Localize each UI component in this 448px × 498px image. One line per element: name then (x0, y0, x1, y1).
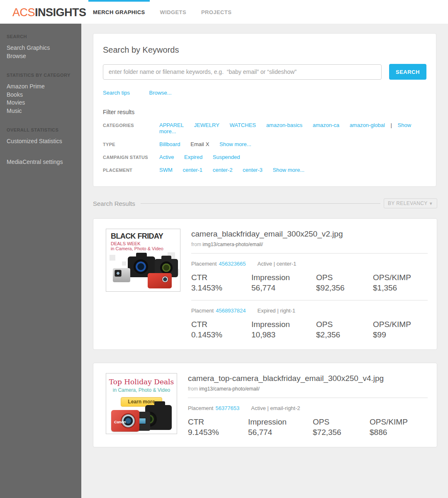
canon-camera-illustration: Canon (111, 410, 139, 432)
action-camera-illustration (113, 268, 130, 282)
top-header: ACSINSIGHTS MERCH GRAPHICS WIDGETS PROJE… (0, 0, 448, 24)
sidebar-section-statistics-by-category: STATISTICS BY CATEGORY Amazon Prime Book… (7, 73, 81, 115)
placement-show-more-link[interactable]: Show more... (273, 167, 304, 173)
sidebar-item-browse[interactable]: Browse (7, 52, 81, 61)
camera-lens (134, 259, 148, 274)
filter-label-placement: PLACEMENT (103, 168, 159, 173)
search-links: Search tips Browse... (103, 89, 426, 96)
camera-lens (114, 270, 122, 277)
stat-label: OPS (316, 320, 373, 329)
placement-label: Placment (191, 308, 214, 314)
sidebar-item-movies[interactable]: Movies (7, 99, 81, 107)
stat-label: OPS/KIMP (373, 320, 428, 329)
stat-value: $886 (370, 428, 428, 437)
stat-label: CTR (191, 273, 251, 282)
thumb-tagline: in Camera, Photo & Video (111, 246, 163, 251)
placement-stats: CTR 0.1453% Impression 10,983 OPS $2,356… (191, 320, 428, 339)
thumb-subtitle: in Camera, Photo & Video (106, 387, 177, 393)
result-filename[interactable]: camera_blackfriday_email_300x250_v2.jpg (191, 229, 428, 239)
thumb-title: BLACK FRIDAY (111, 232, 163, 241)
sidebar-item-books[interactable]: Books (7, 91, 81, 99)
main-nav: MERCH GRAPHICS WIDGETS PROJECTS (88, 0, 236, 24)
keyword-search-input[interactable] (103, 64, 382, 80)
camera-lens (160, 261, 173, 274)
tab-merch-graphics[interactable]: MERCH GRAPHICS (88, 0, 150, 24)
stat-value: 10,983 (251, 330, 316, 339)
stat-label: Impression (248, 417, 313, 427)
filter-results-title: Filter results (103, 109, 426, 115)
result-path: img13/camera-photo/email/ (202, 242, 263, 247)
stat-value: 3.1453% (191, 283, 251, 293)
search-button[interactable]: SEARCH (389, 64, 426, 80)
sidebar-item-music[interactable]: Music (7, 107, 81, 115)
filter-link-active[interactable]: Active (159, 154, 174, 160)
search-tips-link[interactable]: Search tips (103, 90, 130, 96)
type-show-more-link[interactable]: Show more... (219, 141, 251, 147)
placement-status: Active | email-right-2 (251, 405, 300, 411)
camera-lens (162, 276, 168, 283)
filter-link-amazon-basics[interactable]: amazon-basics (266, 122, 302, 128)
search-row: SEARCH (103, 64, 426, 80)
result-card: Top Holiday Deals in Camera, Photo & Vid… (93, 363, 437, 447)
filter-link-amazon-ca[interactable]: amazon-ca (313, 122, 339, 128)
sidebar-item-customized-statistics[interactable]: Customized Statistics (7, 137, 81, 146)
sidebar-section-search: SEARCH Search Graphics Browse (7, 34, 81, 60)
placement-id-link[interactable]: 456323665 (219, 261, 246, 267)
camera-brand-label: Canon (114, 420, 126, 424)
filter-selected-email: EmailX (190, 141, 209, 147)
filter-link-center-2[interactable]: center-2 (213, 167, 233, 173)
filter-separator: | (391, 122, 392, 128)
placement-id-link[interactable]: 4568937824 (216, 308, 246, 314)
result-filename[interactable]: camera_top-camera_blackfriday_email_300x… (188, 374, 428, 383)
filter-link-center-3[interactable]: center-3 (243, 167, 263, 173)
compact-camera-illustration (148, 273, 172, 288)
filter-link-billboard[interactable]: Billboard (159, 141, 180, 147)
filter-selected-label: Email (190, 141, 204, 147)
logo-insights: INSIGHTS (35, 6, 86, 19)
thumb-decoration (110, 255, 115, 261)
filter-link-amazon-global[interactable]: amazon-global (350, 122, 385, 128)
app-logo: ACSINSIGHTS (12, 6, 86, 19)
stat-label: Impression (251, 320, 316, 329)
result-card: BLACK FRIDAY DEALS WEEK in Camera, Photo… (93, 218, 437, 350)
sidebar-item-search-graphics[interactable]: Search Graphics (7, 44, 81, 52)
stat-label: OPS (313, 417, 370, 427)
filter-link-watches[interactable]: WATCHES (229, 122, 256, 128)
stat-impression: Impression 56,774 (248, 417, 313, 437)
thumb-subtitle: DEALS WEEK (111, 241, 163, 246)
filter-link-expired[interactable]: Expired (184, 154, 202, 160)
result-path-line: from img13/camera-photo/email/ (188, 386, 428, 392)
stat-value: 9.1453% (188, 428, 248, 437)
placement-stats: CTR 3.1453% Impression 56,774 OPS $92,35… (191, 273, 428, 293)
tab-projects[interactable]: PROJECTS (197, 0, 236, 24)
result-thumbnail-black-friday[interactable]: BLACK FRIDAY DEALS WEEK in Camera, Photo… (106, 229, 180, 292)
remove-filter-icon[interactable]: X (206, 141, 209, 147)
results-divider-line (141, 203, 380, 204)
result-details: camera_top-camera_blackfriday_email_300x… (188, 373, 428, 437)
stat-value: $1,356 (373, 283, 428, 293)
browse-link[interactable]: Browse... (149, 90, 172, 96)
stat-impression: Impression 56,774 (251, 273, 316, 293)
sort-by-relevancy-button[interactable]: BY RELEVANCY▼ (384, 198, 437, 208)
stat-ops: OPS $92,356 (316, 273, 373, 293)
filter-row-type: TYPE Billboard EmailX Show more... (103, 141, 426, 147)
sidebar-item-amazon-prime[interactable]: Amazon Prime (7, 83, 81, 91)
filter-link-swm[interactable]: SWM (159, 167, 173, 173)
filter-row-categories: CATEGORIES APPAREL JEWELRY WATCHES amazo… (103, 122, 426, 134)
placement-id-link[interactable]: 56377653 (215, 405, 239, 411)
placement-stats: CTR 9.1453% Impression 56,774 OPS $72,35… (188, 417, 428, 437)
from-label: from (191, 242, 201, 247)
filter-values: SWM center-1 center-2 center-3 Show more… (159, 167, 313, 173)
stat-ops: OPS $72,356 (313, 417, 370, 437)
result-thumbnail-top-holiday-deals[interactable]: Top Holiday Deals in Camera, Photo & Vid… (106, 373, 177, 434)
filter-link-center-1[interactable]: center-1 (183, 167, 202, 173)
filter-link-apparel[interactable]: APPAREL (159, 122, 184, 128)
placement-line: Placment4568937824Expired | right-1 (191, 300, 428, 314)
filter-label-type: TYPE (103, 142, 159, 147)
search-panel-title: Search by Keywords (103, 45, 426, 55)
sidebar-item-mediacentral-settings[interactable]: MediaCentral settings (7, 158, 81, 166)
tab-widgets[interactable]: WIDGETS (156, 0, 191, 24)
result-path-line: from img13/camera-photo/email/ (191, 242, 428, 247)
filter-link-jewelry[interactable]: JEWELRY (194, 122, 219, 128)
filter-link-suspended[interactable]: Suspended (213, 154, 240, 160)
